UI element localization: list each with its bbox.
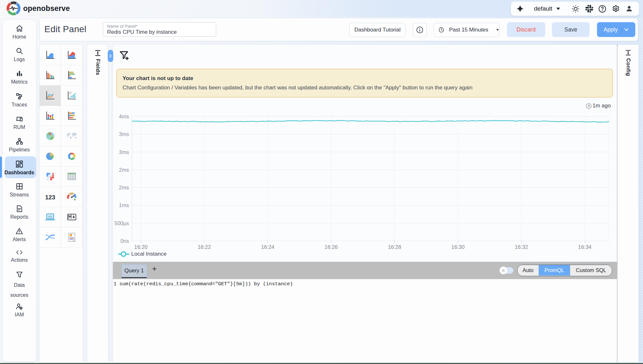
svg-text:16:22: 16:22 bbox=[197, 244, 211, 250]
svg-text:</>: </> bbox=[48, 215, 52, 218]
svg-text:1ms: 1ms bbox=[119, 202, 129, 208]
svg-text:16:20: 16:20 bbox=[134, 244, 147, 250]
svg-text:4ms: 4ms bbox=[119, 114, 129, 119]
svg-text:16:24: 16:24 bbox=[261, 244, 274, 250]
svg-text:fx: fx bbox=[502, 268, 505, 272]
svg-text:16:28: 16:28 bbox=[388, 244, 401, 250]
svg-text:500µs: 500µs bbox=[115, 220, 129, 226]
svg-text:2ms: 2ms bbox=[119, 185, 129, 190]
svg-text:16:30: 16:30 bbox=[451, 244, 464, 250]
svg-text:16:26: 16:26 bbox=[325, 244, 338, 250]
svg-text:123: 123 bbox=[45, 194, 55, 201]
svg-text:16:32: 16:32 bbox=[515, 244, 528, 250]
svg-text:16:34: 16:34 bbox=[578, 244, 591, 250]
svg-text:3ms: 3ms bbox=[119, 149, 129, 155]
svg-text:2ms: 2ms bbox=[119, 167, 129, 173]
svg-text:0ns: 0ns bbox=[120, 238, 129, 244]
svg-text:3ms: 3ms bbox=[119, 131, 129, 137]
